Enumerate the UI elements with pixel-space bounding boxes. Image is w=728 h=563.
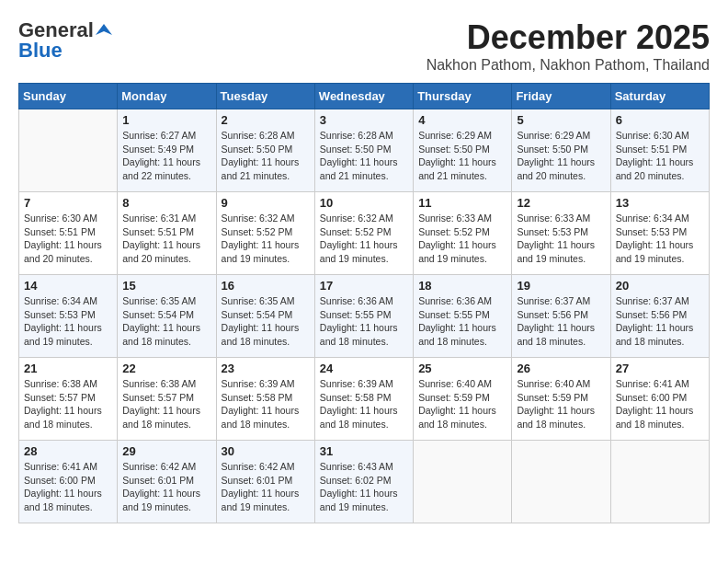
calendar-week-row: 21 Sunrise: 6:38 AM Sunset: 5:57 PM Dayl…	[19, 358, 710, 441]
sunset-text: Sunset: 5:50 PM	[222, 144, 293, 155]
sunrise-text: Sunrise: 6:36 AM	[320, 295, 393, 306]
sunrise-text: Sunrise: 6:30 AM	[616, 130, 689, 141]
calendar-week-row: 28 Sunrise: 6:41 AM Sunset: 6:00 PM Dayl…	[19, 441, 710, 523]
calendar-cell	[610, 441, 709, 523]
day-info: Sunrise: 6:37 AM Sunset: 5:56 PM Dayligh…	[517, 294, 605, 349]
month-title: December 2025	[427, 18, 710, 57]
day-number: 23	[222, 362, 310, 375]
day-number: 3	[320, 113, 408, 127]
calendar-cell: 7 Sunrise: 6:30 AM Sunset: 5:51 PM Dayli…	[19, 192, 118, 275]
day-number: 22	[122, 362, 210, 375]
day-info: Sunrise: 6:30 AM Sunset: 5:51 PM Dayligh…	[616, 129, 704, 183]
calendar-week-row: 1 Sunrise: 6:27 AM Sunset: 5:49 PM Dayli…	[19, 109, 710, 192]
day-info: Sunrise: 6:36 AM Sunset: 5:55 PM Dayligh…	[418, 294, 506, 349]
sunset-text: Sunset: 5:57 PM	[24, 392, 96, 403]
daylight-text: Daylight: 11 hours and 19 minutes.	[122, 488, 200, 512]
calendar-cell: 23 Sunrise: 6:39 AM Sunset: 5:58 PM Dayl…	[216, 358, 314, 441]
daylight-text: Daylight: 11 hours and 18 minutes.	[24, 405, 102, 430]
sunset-text: Sunset: 5:53 PM	[616, 226, 688, 237]
calendar-cell: 14 Sunrise: 6:34 AM Sunset: 5:53 PM Dayl…	[19, 275, 118, 358]
day-info: Sunrise: 6:33 AM Sunset: 5:52 PM Dayligh…	[418, 212, 506, 266]
day-info: Sunrise: 6:28 AM Sunset: 5:50 PM Dayligh…	[320, 129, 408, 183]
day-number: 12	[517, 196, 605, 210]
sunset-text: Sunset: 5:51 PM	[616, 144, 688, 155]
sunrise-text: Sunrise: 6:37 AM	[517, 295, 590, 306]
sunrise-text: Sunrise: 6:39 AM	[320, 378, 393, 389]
sunset-text: Sunset: 5:59 PM	[418, 392, 490, 403]
day-info: Sunrise: 6:29 AM Sunset: 5:50 PM Dayligh…	[418, 129, 506, 183]
sunrise-text: Sunrise: 6:33 AM	[517, 213, 590, 224]
day-number: 18	[418, 279, 506, 293]
sunrise-text: Sunrise: 6:42 AM	[222, 461, 295, 472]
day-number: 19	[517, 279, 605, 293]
day-info: Sunrise: 6:31 AM Sunset: 5:51 PM Dayligh…	[122, 212, 210, 266]
daylight-text: Daylight: 11 hours and 20 minutes.	[24, 239, 102, 264]
day-number: 21	[24, 362, 112, 375]
svg-marker-0	[96, 24, 112, 35]
calendar-cell: 16 Sunrise: 6:35 AM Sunset: 5:54 PM Dayl…	[216, 275, 314, 358]
day-number: 15	[122, 279, 210, 293]
calendar-cell: 17 Sunrise: 6:36 AM Sunset: 5:55 PM Dayl…	[314, 275, 413, 358]
sunset-text: Sunset: 5:54 PM	[222, 309, 293, 320]
day-info: Sunrise: 6:42 AM Sunset: 6:01 PM Dayligh…	[122, 460, 210, 514]
daylight-text: Daylight: 11 hours and 18 minutes.	[122, 405, 200, 430]
day-info: Sunrise: 6:34 AM Sunset: 5:53 PM Dayligh…	[24, 294, 112, 349]
sunset-text: Sunset: 5:52 PM	[418, 226, 490, 237]
title-section: December 2025 Nakhon Pathom, Nakhon Path…	[427, 18, 710, 74]
calendar-cell: 28 Sunrise: 6:41 AM Sunset: 6:00 PM Dayl…	[19, 441, 118, 523]
day-of-week-header: Saturday	[610, 84, 709, 109]
day-info: Sunrise: 6:35 AM Sunset: 5:54 PM Dayligh…	[122, 294, 210, 349]
sunrise-text: Sunrise: 6:41 AM	[616, 378, 689, 389]
day-number: 2	[222, 113, 310, 127]
day-number: 25	[418, 362, 506, 375]
sunrise-text: Sunrise: 6:34 AM	[616, 213, 689, 224]
sunrise-text: Sunrise: 6:41 AM	[24, 461, 97, 472]
sunrise-text: Sunrise: 6:31 AM	[122, 213, 196, 224]
day-number: 30	[222, 444, 310, 458]
sunrise-text: Sunrise: 6:28 AM	[320, 130, 393, 141]
day-number: 16	[222, 279, 310, 293]
day-info: Sunrise: 6:42 AM Sunset: 6:01 PM Dayligh…	[222, 460, 310, 514]
daylight-text: Daylight: 11 hours and 22 minutes.	[122, 156, 200, 181]
calendar-cell: 3 Sunrise: 6:28 AM Sunset: 5:50 PM Dayli…	[314, 109, 413, 192]
calendar-cell: 25 Sunrise: 6:40 AM Sunset: 5:59 PM Dayl…	[414, 358, 512, 441]
day-number: 7	[24, 196, 112, 210]
calendar-cell: 24 Sunrise: 6:39 AM Sunset: 5:58 PM Dayl…	[314, 358, 413, 441]
calendar-body: 1 Sunrise: 6:27 AM Sunset: 5:49 PM Dayli…	[19, 109, 710, 523]
sunset-text: Sunset: 5:51 PM	[24, 226, 96, 237]
day-of-week-header: Friday	[512, 84, 610, 109]
sunset-text: Sunset: 5:54 PM	[122, 309, 194, 320]
sunset-text: Sunset: 5:55 PM	[320, 309, 392, 320]
sunrise-text: Sunrise: 6:30 AM	[24, 213, 97, 224]
sunset-text: Sunset: 5:50 PM	[320, 144, 392, 155]
sunset-text: Sunset: 5:53 PM	[517, 226, 588, 237]
day-info: Sunrise: 6:34 AM Sunset: 5:53 PM Dayligh…	[616, 212, 704, 266]
sunset-text: Sunset: 5:53 PM	[24, 309, 96, 320]
day-number: 24	[320, 362, 408, 375]
daylight-text: Daylight: 11 hours and 18 minutes.	[222, 322, 300, 347]
calendar-cell: 29 Sunrise: 6:42 AM Sunset: 6:01 PM Dayl…	[118, 441, 216, 523]
calendar-cell: 10 Sunrise: 6:32 AM Sunset: 5:52 PM Dayl…	[314, 192, 413, 275]
calendar-header: SundayMondayTuesdayWednesdayThursdayFrid…	[19, 84, 710, 109]
sunset-text: Sunset: 5:58 PM	[222, 392, 293, 403]
sunrise-text: Sunrise: 6:42 AM	[122, 461, 196, 472]
daylight-text: Daylight: 11 hours and 18 minutes.	[222, 405, 300, 430]
daylight-text: Daylight: 11 hours and 19 minutes.	[517, 239, 595, 264]
sunrise-text: Sunrise: 6:35 AM	[222, 295, 295, 306]
logo-blue: Blue	[18, 39, 63, 63]
day-info: Sunrise: 6:28 AM Sunset: 5:50 PM Dayligh…	[222, 129, 310, 183]
day-number: 10	[320, 196, 408, 210]
logo: General Blue	[18, 18, 112, 63]
day-number: 5	[517, 113, 605, 127]
daylight-text: Daylight: 11 hours and 18 minutes.	[320, 322, 398, 347]
day-info: Sunrise: 6:33 AM Sunset: 5:53 PM Dayligh…	[517, 212, 605, 266]
calendar-cell: 21 Sunrise: 6:38 AM Sunset: 5:57 PM Dayl…	[19, 358, 118, 441]
day-info: Sunrise: 6:43 AM Sunset: 6:02 PM Dayligh…	[320, 460, 408, 514]
daylight-text: Daylight: 11 hours and 18 minutes.	[517, 322, 595, 347]
day-number: 13	[616, 196, 704, 210]
day-of-week-header: Sunday	[19, 84, 118, 109]
calendar-cell: 31 Sunrise: 6:43 AM Sunset: 6:02 PM Dayl…	[314, 441, 413, 523]
day-info: Sunrise: 6:27 AM Sunset: 5:49 PM Dayligh…	[122, 129, 210, 183]
calendar-cell: 15 Sunrise: 6:35 AM Sunset: 5:54 PM Dayl…	[118, 275, 216, 358]
day-info: Sunrise: 6:37 AM Sunset: 5:56 PM Dayligh…	[616, 294, 704, 349]
